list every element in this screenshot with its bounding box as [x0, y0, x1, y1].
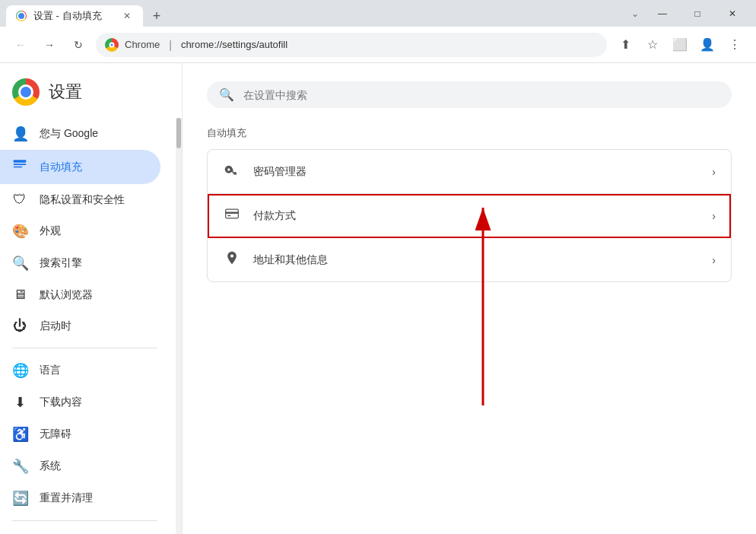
sidebar-item-label-appearance: 外观 — [40, 224, 61, 238]
sidebar-item-label-startup: 启动时 — [40, 319, 71, 333]
startup-icon: ⏻ — [12, 318, 27, 334]
scrollbar-track — [176, 118, 182, 534]
address-row[interactable]: 地址和其他信息 › — [208, 238, 731, 281]
sidebar-item-downloads[interactable]: ⬇ 下载内容 — [0, 386, 160, 418]
sidebar-item-accessibility[interactable]: ♿ 无障碍 — [0, 418, 160, 450]
sidebar-item-label-downloads: 下载内容 — [40, 396, 82, 409]
language-icon: 🌐 — [12, 362, 27, 379]
sidebar-item-reset[interactable]: 🔄 重置并清理 — [0, 482, 160, 514]
sidebar-divider — [12, 348, 157, 348]
privacy-icon: 🛡 — [12, 192, 27, 208]
sidebar-item-autofill[interactable]: 自动填充 — [0, 150, 160, 184]
payment-methods-row[interactable]: 付款方式 › — [208, 194, 731, 238]
account-button[interactable]: 👤 — [695, 33, 719, 57]
content-area: 🔍 自动填充 密码管理器 › — [183, 63, 756, 534]
google-icon: 👤 — [12, 126, 27, 142]
search-icon: 🔍 — [219, 87, 234, 102]
card-icon — [223, 206, 241, 225]
close-button[interactable]: ✕ — [715, 0, 750, 27]
svg-rect-5 — [227, 215, 230, 217]
sidebar-item-label-privacy: 隐私设置和安全性 — [40, 193, 125, 207]
url-text: chrome://settings/autofill — [181, 39, 598, 50]
split-button[interactable]: ⬜ — [668, 33, 692, 57]
settings-card: 密码管理器 › 付款方式 › — [207, 149, 732, 282]
sidebar-item-system[interactable]: 🔧 系统 — [0, 450, 160, 482]
search-input[interactable] — [243, 89, 719, 101]
accessibility-icon: ♿ — [12, 426, 27, 443]
tab-chrome-icon — [16, 11, 27, 21]
payment-methods-arrow: › — [712, 210, 716, 222]
minimize-button[interactable]: — — [645, 0, 680, 27]
chrome-settings-icon — [105, 38, 119, 52]
titlebar-controls-left: ⌄ — [631, 8, 639, 19]
addressbar: ← → ↻ Chrome | chrome://settings/autofil… — [0, 27, 756, 63]
forward-button[interactable]: → — [38, 33, 61, 56]
chevron-down-icon[interactable]: ⌄ — [631, 8, 639, 19]
section-title: 自动填充 — [207, 126, 732, 140]
default-browser-icon: 🖥 — [12, 287, 27, 303]
sidebar-item-startup[interactable]: ⏻ 启动时 — [0, 310, 160, 342]
sidebar: 设置 👤 您与 Google — [0, 63, 183, 534]
tab-close-button[interactable]: ✕ — [120, 9, 134, 23]
back-button[interactable]: ← — [9, 33, 32, 56]
new-tab-button[interactable]: + — [146, 5, 167, 27]
address-box[interactable]: Chrome | chrome://settings/autofill — [96, 33, 607, 57]
password-manager-arrow: › — [712, 166, 716, 178]
tab-favicon — [15, 10, 27, 22]
menu-button[interactable]: ⋮ — [723, 33, 747, 57]
sidebar-item-appearance[interactable]: 🎨 外观 — [0, 215, 160, 247]
appearance-icon: 🎨 — [12, 223, 27, 240]
system-icon: 🔧 — [12, 458, 27, 475]
reload-button[interactable]: ↻ — [67, 33, 90, 56]
toolbar-actions: ⬆ ☆ ⬜ 👤 ⋮ — [613, 33, 747, 57]
bookmark-button[interactable]: ☆ — [640, 33, 665, 57]
sidebar-item-label-google: 您与 Google — [40, 127, 98, 141]
chrome-label: Chrome — [125, 39, 160, 50]
main-layout: 设置 👤 您与 Google — [0, 63, 756, 534]
sidebar-item-privacy[interactable]: 🛡 隐私设置和安全性 — [0, 184, 160, 215]
svg-rect-4 — [226, 212, 239, 215]
active-tab[interactable]: 设置 - 自动填充 ✕ — [6, 5, 143, 27]
scrollbar-thumb[interactable] — [176, 118, 181, 148]
password-manager-label: 密码管理器 — [253, 165, 700, 179]
window-controls: — □ ✕ — [645, 0, 750, 27]
pin-icon — [223, 250, 241, 269]
tab-area: 设置 - 自动填充 ✕ + — [6, 0, 631, 27]
autofill-icon — [12, 157, 27, 176]
maximize-button[interactable]: □ — [680, 0, 715, 27]
sidebar-item-extensions[interactable]: 🧩 扩展程序 ↗ — [0, 527, 160, 534]
svg-rect-1 — [14, 164, 27, 165]
sidebar-item-label-system: 系统 — [40, 459, 61, 473]
sidebar-item-label-default-browser: 默认浏览器 — [40, 288, 93, 302]
sidebar-item-search[interactable]: 🔍 搜索引擎 — [0, 247, 160, 279]
password-manager-row[interactable]: 密码管理器 › — [208, 150, 731, 194]
sidebar-divider-2 — [12, 520, 157, 521]
search-bar[interactable]: 🔍 — [207, 81, 732, 108]
svg-rect-2 — [14, 167, 23, 168]
settings-logo — [12, 78, 40, 106]
address-label: 地址和其他信息 — [253, 253, 700, 267]
settings-title: 设置 — [49, 81, 82, 103]
sidebar-scroll-area: 👤 您与 Google 自动填充 🛡 隐私设置和安全性 — [0, 118, 182, 534]
sidebar-item-default-browser[interactable]: 🖥 默认浏览器 — [0, 279, 160, 310]
sidebar-items-list: 👤 您与 Google 自动填充 🛡 隐私设置和安全性 — [0, 118, 182, 534]
downloads-icon: ⬇ — [12, 394, 27, 411]
reset-icon: 🔄 — [12, 490, 27, 507]
address-arrow: › — [712, 254, 716, 266]
sidebar-item-label-autofill: 自动填充 — [40, 161, 82, 174]
search-icon: 🔍 — [12, 255, 27, 272]
share-button[interactable]: ⬆ — [613, 33, 637, 57]
sidebar-header: 设置 — [0, 63, 182, 118]
titlebar: 设置 - 自动填充 ✕ + ⌄ — □ ✕ — [0, 0, 756, 27]
tab-title: 设置 - 自动填充 — [33, 9, 114, 23]
sidebar-item-label-language: 语言 — [40, 364, 61, 377]
sidebar-item-language[interactable]: 🌐 语言 — [0, 354, 160, 386]
payment-methods-label: 付款方式 — [253, 209, 700, 223]
svg-rect-0 — [14, 160, 27, 162]
key-icon — [223, 162, 241, 181]
sidebar-item-label-reset: 重置并清理 — [40, 491, 93, 505]
sidebar-item-label-search: 搜索引擎 — [40, 256, 82, 270]
sidebar-item-google[interactable]: 👤 您与 Google — [0, 118, 160, 150]
sidebar-item-label-accessibility: 无障碍 — [40, 428, 71, 441]
